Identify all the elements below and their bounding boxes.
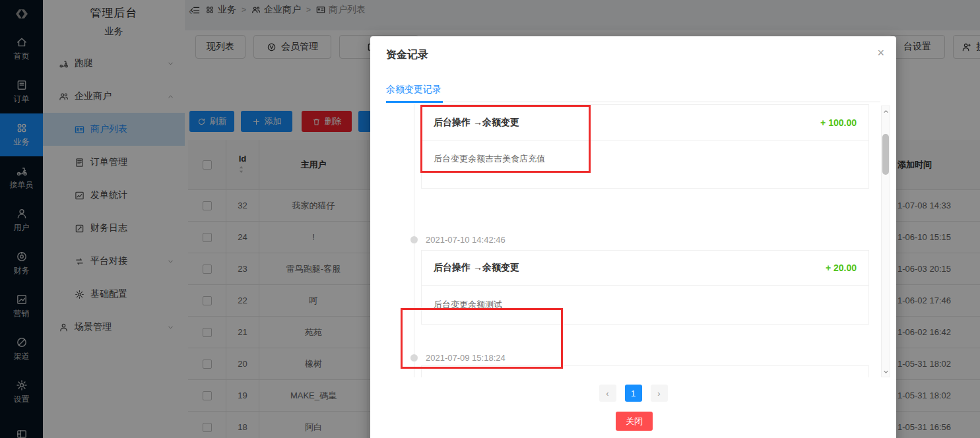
timeline-dot [410,354,418,361]
next-page-button[interactable]: › [651,385,668,402]
fund-records-modal: 资金记录 × 余额变更记录 后台操作 →余额变更 + 100.00 后台变更余额… [370,36,896,438]
record-card: 后台操作 →余额变更 + 100.00 后台变更余额吉吉美食店充值 [421,104,869,189]
page-1-button[interactable]: 1 [625,385,642,402]
record-description: 后台变更余额吉吉美食店充值 [422,141,868,177]
scroll-down-icon[interactable] [882,366,890,377]
record-timestamp: 2021-07-09 15:18:24 [426,353,506,363]
tab-underline-active [386,101,443,103]
modal-title: 资金记录 [386,48,428,62]
record-description: 后台变更余额测试 [422,286,868,324]
record-amount: + 20.00 [826,263,857,273]
tab-underline [386,102,880,102]
tab-balance-change-records[interactable]: 余额变更记录 [386,84,441,96]
timeline-dot [410,236,418,243]
record-card: 完成订单 →余额变更 — 9.00 [421,365,869,377]
record-amount: + 100.00 [820,117,857,128]
scroll-up-icon[interactable] [882,106,890,117]
admin-dashboard: 首页 订单 业务 接单员 用户 财务 营销 渠道 [0,0,980,438]
prev-page-button[interactable]: ‹ [599,385,616,402]
close-icon[interactable]: × [877,47,884,59]
records-scroll-area: 后台操作 →余额变更 + 100.00 后台变更余额吉吉美食店充值 2021-0… [386,104,880,377]
pagination: ‹ 1 › [370,385,896,402]
modal-scrollbar [881,106,890,377]
scrollbar-thumb[interactable] [882,134,889,175]
record-title: 后台操作 →余额变更 [434,117,519,129]
record-card: 后台操作 →余额变更 + 20.00 后台变更余额测试 [421,250,869,325]
record-timestamp: 2021-07-10 14:42:46 [426,235,506,245]
modal-close-button[interactable]: 关闭 [616,412,653,431]
record-title: 后台操作 →余额变更 [434,262,519,274]
